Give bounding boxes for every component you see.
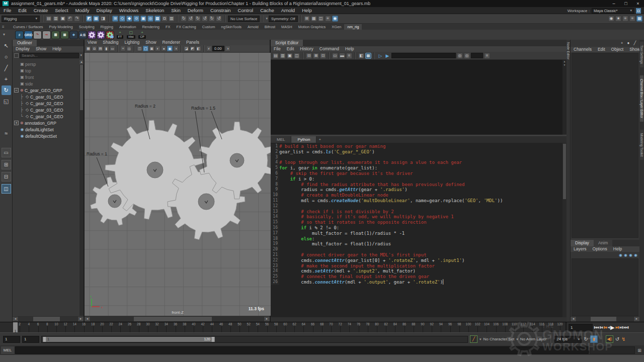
step-back-key-button[interactable]: ▮◀ xyxy=(599,323,603,332)
menu-item-panels[interactable]: Panels xyxy=(183,40,202,45)
layout-custom[interactable]: ◫ xyxy=(2,184,11,194)
outliner-item-c-gear-04-geo[interactable]: └◇C_gear_04_GEO xyxy=(13,113,79,120)
rotate-tool[interactable]: ↻ xyxy=(2,85,11,95)
se-echo-all-icon[interactable]: ▭ xyxy=(332,53,338,59)
outliner-item-annotation-grp[interactable]: +⊕annotation_GRP xyxy=(13,120,79,126)
menu-item-skin[interactable]: Skin xyxy=(168,7,184,14)
scroll-up-icon[interactable]: ▲ xyxy=(564,60,566,63)
shelf-tab-rendering[interactable]: Rendering xyxy=(139,24,163,30)
script-tab-mel[interactable]: MEL xyxy=(271,136,291,143)
layer-visibility-icon[interactable]: ◉ xyxy=(619,253,622,257)
scroll-track[interactable] xyxy=(91,317,264,321)
menu-item-help[interactable]: Help xyxy=(610,246,625,252)
menu-item-file[interactable]: File xyxy=(0,7,15,14)
menu-item-help[interactable]: Help xyxy=(342,46,357,52)
shelf-button-joint-mirror[interactable]: ⇒ xyxy=(42,31,51,39)
node-editor-tab[interactable]: Node Editor xyxy=(567,42,570,59)
shelf-tab-xgen[interactable]: XGen xyxy=(329,24,344,30)
shelf-tab-animation[interactable]: Animation xyxy=(116,24,139,30)
shelf-tab-fx[interactable]: FX xyxy=(163,24,174,30)
snap-grid-icon[interactable]: ⊞ xyxy=(112,16,118,22)
scroll-thumb[interactable] xyxy=(591,317,616,321)
select-object-icon[interactable]: ▦ xyxy=(93,16,99,22)
layout-two-pane[interactable]: ⊟ xyxy=(2,172,11,182)
menu-item-help[interactable]: Help xyxy=(49,46,64,52)
shelf-menu-icon[interactable]: ≡ xyxy=(2,25,5,29)
scroll-track[interactable] xyxy=(577,317,633,321)
workspace-lock-icon[interactable]: ◘ xyxy=(636,8,641,14)
attribute-editor-toggle-icon[interactable]: ≡ xyxy=(622,16,628,22)
chevron-down-icon[interactable]: ▾ xyxy=(516,337,518,341)
construction-history-icon[interactable]: ↻ xyxy=(195,16,201,22)
shelf-tab-rigging[interactable]: Rigging xyxy=(98,24,116,30)
menu-item-file[interactable]: File xyxy=(271,46,284,52)
speed-controls-icon[interactable]: ● xyxy=(626,41,631,46)
side-tab-tool-settings[interactable]: Tool Settings xyxy=(640,42,643,67)
live-surface-field[interactable]: No Live Surface xyxy=(228,16,260,22)
shelf-button-detach-skin[interactable]: ▣ xyxy=(60,31,69,39)
menu-item-lighting[interactable]: Lighting xyxy=(121,40,142,45)
film-gate-icon[interactable]: ▦ xyxy=(311,16,317,22)
vp-textured-icon[interactable]: ▣ xyxy=(149,46,154,51)
auto-keyframe-button[interactable]: ╱ xyxy=(470,335,477,343)
select-component-icon[interactable]: ◨ xyxy=(100,16,106,22)
vp-select-camera-icon[interactable]: ▦ xyxy=(86,46,91,51)
se-search-up-icon[interactable]: ◎ xyxy=(464,53,470,59)
shelf-tab-arnold[interactable]: Arnold xyxy=(245,24,262,30)
menu-item-history[interactable]: History xyxy=(297,46,316,52)
shelf-tab-poly-modeling[interactable]: Poly Modeling xyxy=(46,24,76,30)
character-set-selector[interactable]: No Character Set xyxy=(484,337,515,341)
menu-item-arnold[interactable]: Arnold xyxy=(278,7,298,14)
outliner-item-side[interactable]: ▣side xyxy=(13,80,79,87)
layer-list-area[interactable] xyxy=(572,258,638,316)
hypershade-icon[interactable]: ◉ xyxy=(608,16,614,22)
snap-point-icon[interactable]: ◆ xyxy=(126,16,132,22)
shelf-button-constraint[interactable]: A:B xyxy=(78,31,87,39)
highlight-affected-icon[interactable]: ▥ xyxy=(169,16,175,22)
menu-item-shading[interactable]: Shading xyxy=(100,40,121,45)
open-render-view-icon[interactable]: ↺ xyxy=(202,16,208,22)
vp-smooth-shade-icon[interactable]: ▢ xyxy=(143,46,148,51)
se-execute-icon[interactable]: ▶ xyxy=(384,53,390,59)
lasso-select-tool[interactable]: ○ xyxy=(2,52,11,62)
side-tab-modeling-toolkit[interactable]: Modeling Toolkit xyxy=(640,130,643,160)
menu-item-channels[interactable]: Channels xyxy=(571,47,595,52)
current-frame-marker[interactable]: 1 xyxy=(13,322,18,333)
filter-icon[interactable] xyxy=(14,53,19,58)
shelf-button-locator[interactable]: # xyxy=(15,31,24,39)
command-language-toggle[interactable]: MEL xyxy=(1,346,14,354)
character-controls-icon[interactable]: ★ xyxy=(615,16,621,22)
input-connections-icon[interactable]: ↻ xyxy=(181,16,187,22)
range-end-handle[interactable] xyxy=(211,337,215,342)
new-tab-button[interactable]: + xyxy=(316,136,323,143)
last-tool-icon[interactable]: ≈ xyxy=(2,129,11,138)
open-scene-icon[interactable]: ▥ xyxy=(53,16,59,22)
side-tab-channel-box-layer-editor[interactable]: Channel Box / Layer Editor xyxy=(640,75,643,122)
menu-set-selector[interactable]: Rigging ▾ xyxy=(2,16,40,22)
menu-item-edit[interactable]: Edit xyxy=(595,47,608,52)
select-hierarchy-icon[interactable]: ◩ xyxy=(86,16,92,22)
outliner-item-top[interactable]: ▣top xyxy=(13,67,79,74)
se-tooltip-help-icon[interactable]: ▦ xyxy=(365,53,371,59)
maximize-button[interactable]: □ xyxy=(620,0,632,7)
se-save-to-shelf-icon[interactable]: ◫ xyxy=(294,53,300,59)
grid-toggle-icon[interactable]: ⊞ xyxy=(304,16,310,22)
tool-settings-toggle-icon[interactable]: ≡ xyxy=(629,16,635,22)
hyperbolic-spread-icon[interactable]: ╱ xyxy=(632,41,637,46)
history-scrollbar[interactable]: ▲▼ xyxy=(562,60,567,135)
se-command-completion-icon[interactable]: ◧ xyxy=(358,53,364,59)
menu-item-edit[interactable]: Edit xyxy=(284,46,297,52)
shelf-button-gear-tool-1[interactable] xyxy=(88,31,96,39)
scroll-thumb[interactable] xyxy=(80,65,83,110)
menu-item-show[interactable]: Show xyxy=(142,40,159,45)
shelf-tab-curves-surfaces[interactable]: Curves / Surfaces xyxy=(10,24,46,30)
range-slider-bar[interactable]: 1 120 xyxy=(43,337,215,342)
playback-speed-selector[interactable]: 24 fps ▾ xyxy=(554,336,582,343)
close-button[interactable]: × xyxy=(632,0,644,7)
outliner-vertical-scrollbar[interactable]: ▲ xyxy=(79,60,84,316)
scroll-track[interactable] xyxy=(19,317,77,321)
se-suppress-output-icon[interactable]: ▬ xyxy=(339,53,345,59)
range-slider-track[interactable]: 1 120 xyxy=(41,336,468,343)
scroll-thumb[interactable] xyxy=(563,144,566,199)
script-editor-toggle-icon[interactable]: ⊞ xyxy=(636,348,643,353)
